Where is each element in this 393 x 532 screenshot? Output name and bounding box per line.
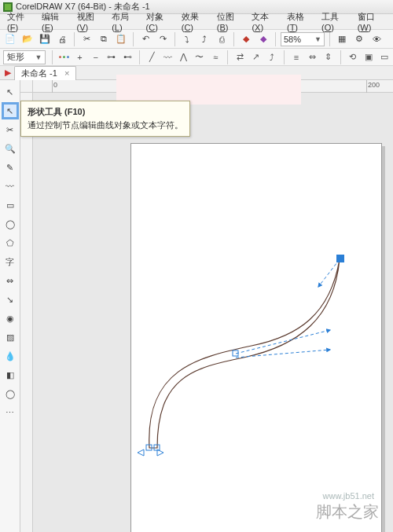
eyedropper-tool[interactable]: 💧: [2, 347, 19, 365]
transparency-tool[interactable]: ▨: [2, 328, 19, 346]
ellipse-tool[interactable]: ◯: [2, 215, 19, 233]
outline-tool[interactable]: ◯: [2, 385, 19, 402]
tooltip-title: 形状工具 (F10): [28, 106, 183, 118]
watermark-url: www.jb51.net: [323, 491, 374, 501]
fill-tool[interactable]: ◧: [2, 366, 19, 383]
control-handle[interactable]: [236, 330, 330, 354]
toolbox: ↖ ↖ ✂ 🔍 ✎ 〰 ▭ ◯ ⬠ 字 ⇔ ↘ ◉ ▨ 💧 ◧ ◯ ⋯: [0, 80, 20, 532]
curve-object[interactable]: [0, 0, 393, 532]
dimension-tool[interactable]: ⇔: [2, 272, 19, 289]
polygon-tool[interactable]: ⬠: [2, 234, 19, 251]
text-tool[interactable]: 字: [2, 253, 19, 270]
artistic-media-tool[interactable]: 〰: [2, 178, 19, 195]
shape-tool[interactable]: ↖: [2, 102, 19, 119]
crop-tool[interactable]: ✂: [2, 121, 19, 138]
rectangle-tool[interactable]: ▭: [2, 196, 19, 214]
tooltip-body: 通过控制节点编辑曲线对象或文本字符。: [28, 119, 183, 131]
control-handle-end[interactable]: [138, 449, 144, 456]
pick-tool[interactable]: ↖: [2, 83, 19, 101]
watermark-text: 脚本之家: [316, 501, 379, 523]
tooltip: 形状工具 (F10) 通过控制节点编辑曲线对象或文本字符。: [20, 101, 190, 137]
freehand-tool[interactable]: ✎: [2, 159, 19, 176]
zoom-tool[interactable]: 🔍: [2, 140, 19, 157]
blend-tool[interactable]: ⋯: [2, 404, 19, 421]
dropshadow-tool[interactable]: ◉: [2, 310, 19, 327]
connector-tool[interactable]: ↘: [2, 291, 19, 308]
